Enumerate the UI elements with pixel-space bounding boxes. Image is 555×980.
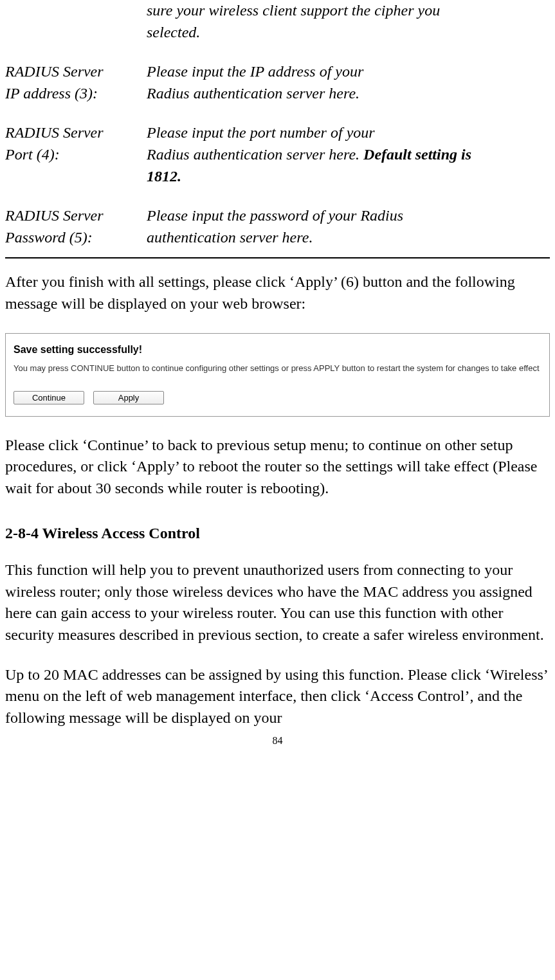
- radius-port-label-1: RADIUS Server: [5, 124, 104, 141]
- radius-port-desc-3: 1812.: [147, 168, 181, 185]
- radius-ip-label: RADIUS Server IP address (3):: [5, 61, 147, 122]
- dialog-button-row: Continue Apply: [14, 391, 541, 404]
- section-heading: 2-8-4 Wireless Access Control: [5, 523, 550, 545]
- apply-button[interactable]: Apply: [93, 391, 164, 404]
- radius-pw-label-2: Password (5):: [5, 229, 93, 246]
- radius-port-desc-1: Please input the port number of your: [147, 124, 375, 141]
- definition-table: sure your wireless client support the ci…: [5, 0, 550, 252]
- continue-button[interactable]: Continue: [14, 391, 84, 404]
- dialog-message: You may press CONTINUE button to continu…: [14, 363, 541, 374]
- radius-port-desc-2b: Default setting is: [363, 146, 471, 163]
- radius-port-desc: Please input the port number of your Rad…: [147, 122, 550, 205]
- apply-instruction-paragraph: After you finish with all settings, plea…: [5, 271, 550, 314]
- cipher-partial-line1: sure your wireless client support the ci…: [147, 2, 440, 19]
- radius-ip-label-2: IP address (3):: [5, 85, 98, 102]
- radius-pw-label: RADIUS Server Password (5):: [5, 205, 147, 252]
- section-paragraph-1: This function will help you to prevent u…: [5, 559, 550, 646]
- section-paragraph-2: Up to 20 MAC addresses can be assigned b…: [5, 664, 550, 729]
- radius-port-label-2: Port (4):: [5, 146, 60, 163]
- radius-port-desc-2a: Radius authentication server here.: [147, 146, 363, 163]
- cipher-partial-line2: selected.: [147, 24, 200, 41]
- save-success-dialog: Save setting successfully! You may press…: [5, 333, 550, 417]
- page-number: 84: [5, 734, 550, 748]
- radius-port-label: RADIUS Server Port (4):: [5, 122, 147, 205]
- radius-pw-desc-2: authentication server here.: [147, 229, 313, 246]
- radius-ip-desc: Please input the IP address of your Radi…: [147, 61, 550, 122]
- cipher-partial-desc: sure your wireless client support the ci…: [147, 0, 550, 61]
- radius-ip-desc-1: Please input the IP address of your: [147, 63, 363, 80]
- continue-apply-paragraph: Please click ‘Continue’ to back to previ…: [5, 435, 550, 500]
- radius-ip-label-1: RADIUS Server: [5, 63, 104, 80]
- radius-pw-label-1: RADIUS Server: [5, 207, 104, 224]
- radius-ip-desc-2: Radius authentication server here.: [147, 85, 359, 102]
- cipher-partial-label: [5, 0, 147, 61]
- table-divider: [5, 257, 550, 259]
- radius-pw-desc-1: Please input the password of your Radius: [147, 207, 403, 224]
- radius-pw-desc: Please input the password of your Radius…: [147, 205, 550, 252]
- dialog-title: Save setting successfully!: [14, 343, 541, 357]
